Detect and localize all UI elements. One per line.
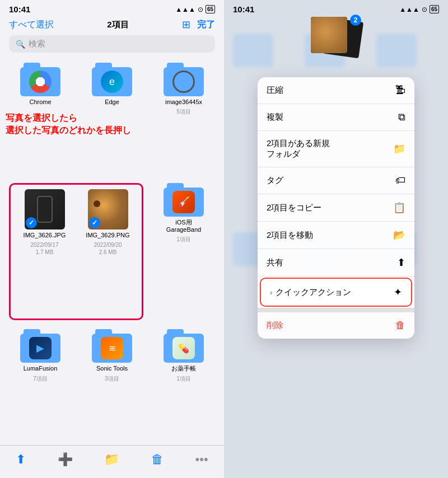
photo-thumb: ✓	[88, 189, 128, 229]
file-meta: 7項目	[33, 375, 48, 382]
menu-item-move[interactable]: 2項目を移動 📂	[258, 222, 414, 249]
file-meta: 1項目	[176, 375, 191, 382]
select-all-button[interactable]: すべて選択	[9, 19, 54, 31]
cookie-photo	[311, 17, 347, 53]
chevron-right-icon: ›	[270, 288, 272, 297]
toolbar-right: ⊞ 完了	[182, 18, 215, 31]
battery-right: 65	[430, 5, 439, 13]
status-bar-left: 10:41 ▲▲▲ ⊙ 65	[0, 0, 224, 16]
menu-item-share[interactable]: 共有 ⬆	[258, 249, 414, 277]
file-meta: 2022/09/171.7 MB	[30, 241, 58, 256]
menu-item-delete[interactable]: 削除 🗑	[258, 312, 414, 339]
file-name: iOS用GarageBand	[166, 219, 201, 233]
battery-left: 65	[206, 5, 215, 13]
file-meta: 2022/09/202.6 MB	[94, 241, 122, 256]
annotation-line2: 選択した写真のどれかを長押し	[6, 124, 131, 137]
copy-icon: 📋	[393, 201, 405, 214]
garageband-icon: 🎸	[172, 191, 195, 213]
context-menu-area: 2 圧縮 🗜 複製 ⧉ 2項目がある新規フォルダ 📁 タグ 🏷 2項目をコピー	[224, 0, 448, 478]
toolbar-left: すべて選択 2項目 ⊞ 完了	[0, 16, 224, 35]
tab-bar: ⬆ ➕ 📁 🗑 •••	[0, 445, 224, 478]
done-button[interactable]: 完了	[197, 19, 215, 31]
quick-action-label: クイックアクション	[276, 287, 351, 298]
list-item[interactable]: ✓ IMG_3629.PNG 2022/09/202.6 MB	[78, 189, 137, 315]
folder-icon	[164, 63, 204, 96]
move-icon: 📂	[393, 229, 405, 241]
list-item[interactable]: ✓ IMG_3626.JPG 2022/09/171.7 MB	[15, 189, 74, 315]
list-item[interactable]: ▶ LumaFusion 7項目	[9, 329, 72, 440]
quick-action-left: › クイックアクション	[270, 287, 351, 298]
menu-item-tag[interactable]: タグ 🏷	[258, 167, 414, 194]
menu-item-copy[interactable]: 2項目をコピー 📋	[258, 194, 414, 222]
share-label: 共有	[267, 257, 283, 268]
item-count: 2項目	[107, 20, 128, 30]
file-name: お薬手帳	[171, 365, 196, 372]
left-panel: 10:41 ▲▲▲ ⊙ 65 すべて選択 2項目 ⊞ 完了 🔍 検索 写真を選択…	[0, 0, 224, 478]
file-name: LumaFusion	[24, 365, 58, 372]
annotation-line1: 写真を選択したら	[6, 112, 131, 124]
compress-icon: 🗜	[395, 85, 405, 96]
add-tab-button[interactable]: ➕	[58, 452, 73, 467]
more-tab-button[interactable]: •••	[195, 452, 208, 467]
checkmark-icon: ✓	[26, 217, 37, 228]
compress-label: 圧縮	[267, 85, 283, 96]
chrome-icon	[29, 71, 52, 93]
share-tab-button[interactable]: ⬆	[16, 452, 26, 467]
file-name: IMG_3629.PNG	[86, 232, 129, 239]
duplicate-icon: ⧉	[398, 111, 405, 123]
photo-thumb: ✓	[25, 189, 65, 229]
folder-icon: 💊	[164, 329, 204, 363]
phone-silhouette	[37, 196, 53, 223]
status-icons-left: ▲▲▲ ⊙ 65	[175, 5, 215, 13]
menu-divider	[258, 308, 414, 312]
wifi-icon: ⊙	[198, 6, 203, 13]
status-icons-right: ▲▲▲ ⊙ 65	[399, 5, 439, 13]
menu-item-duplicate[interactable]: 複製 ⧉	[258, 104, 414, 131]
selected-items-group: ✓ IMG_3626.JPG 2022/09/171.7 MB ✓ IMG_36…	[9, 183, 143, 321]
sonictools-icon: ≋	[101, 337, 123, 359]
tag-label: タグ	[267, 175, 283, 186]
list-item[interactable]: 🎸 iOS用GarageBand 1項目	[152, 183, 215, 321]
tag-icon: 🏷	[395, 175, 405, 186]
grid-view-icon[interactable]: ⊞	[182, 18, 190, 31]
file-name: Edge	[105, 99, 119, 106]
menu-item-compress[interactable]: 圧縮 🗜	[258, 77, 414, 104]
duplicate-label: 複製	[267, 112, 283, 123]
file-name: IMG_3626.JPG	[24, 232, 66, 239]
quick-action-icon: ✦	[394, 286, 402, 298]
new-folder-label: 2項目がある新規フォルダ	[267, 138, 330, 160]
okusuri-icon: 💊	[172, 337, 195, 359]
folder-icon: ≋	[92, 329, 132, 363]
list-item[interactable]: ≋ Sonic Tools 3項目	[81, 329, 143, 440]
file-meta: 5項目	[176, 108, 191, 115]
menu-item-quick-action[interactable]: › クイックアクション ✦	[260, 278, 412, 307]
move-label: 2項目を移動	[267, 230, 313, 241]
copy-label: 2項目をコピー	[267, 203, 321, 213]
search-placeholder: 検索	[29, 39, 45, 49]
sonic-tools-label: Sonic Tools	[96, 365, 128, 372]
right-panel: 10:41 ▲▲▲ ⊙ 65 2 圧縮 🗜 複製 ⧉	[224, 0, 448, 478]
folder-tab-button[interactable]: 📁	[104, 452, 119, 467]
lumafusion-icon: ▶	[29, 337, 52, 359]
delete-label: 削除	[267, 320, 283, 331]
folder-icon: 🎸	[164, 183, 204, 217]
trash-tab-button[interactable]: 🗑	[151, 452, 164, 467]
list-item[interactable]: 💊 お薬手帳 1項目	[152, 329, 215, 440]
time-left: 10:41	[9, 4, 30, 14]
folder-icon	[20, 63, 60, 96]
menu-item-new-folder[interactable]: 2項目がある新規フォルダ 📁	[258, 131, 414, 167]
folder-icon: e	[92, 63, 132, 96]
photo-stack-front	[311, 17, 347, 53]
file-name: image36445x	[165, 99, 202, 106]
image-placeholder-icon	[172, 71, 195, 93]
delete-icon: 🗑	[395, 320, 405, 331]
time-right: 10:41	[233, 4, 254, 14]
wifi-icon-right: ⊙	[422, 6, 427, 13]
list-item[interactable]: image36445x 5項目	[152, 63, 215, 174]
file-meta: 1項目	[176, 236, 191, 243]
floating-photo-stack: 2	[311, 17, 361, 67]
edge-icon: e	[101, 71, 123, 93]
search-bar[interactable]: 🔍 検索	[9, 35, 215, 53]
annotation: 写真を選択したら 選択した写真のどれかを長押し	[6, 112, 131, 137]
search-icon: 🔍	[16, 40, 25, 49]
